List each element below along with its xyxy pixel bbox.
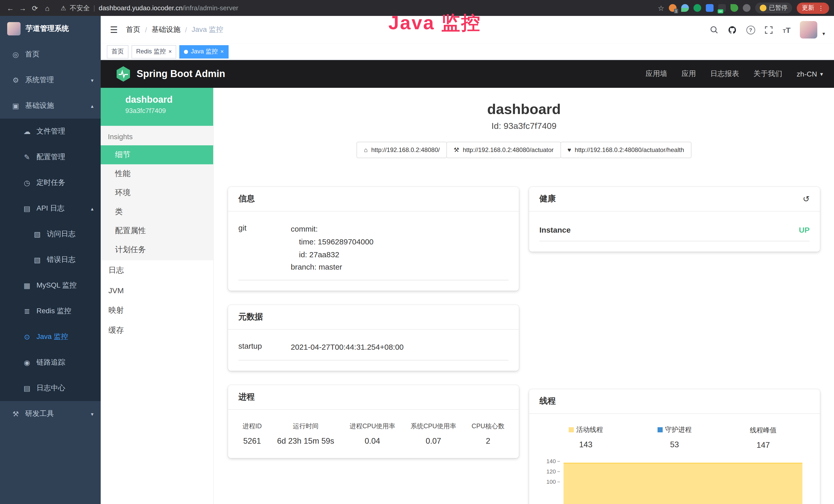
cards-right-column: 健康 ↺ Instance UP [529, 187, 820, 504]
sidebar-toggle-icon[interactable]: ☰ [110, 24, 118, 35]
menu-item-mappings[interactable]: 映射 [101, 300, 213, 320]
chrome-menu-icon[interactable]: ⋮ [818, 4, 824, 12]
sidebar-item-log-center[interactable]: ▤ 日志中心 [0, 375, 101, 401]
menu-item-config-props[interactable]: 配置属性 [101, 221, 213, 240]
extension-icon-3[interactable] [694, 4, 701, 12]
sidebar-item-system-management[interactable]: ⚙ 系统管理 ▾ [0, 67, 101, 93]
extension-icon-5[interactable]: on [718, 4, 726, 12]
tab-redis-monitor[interactable]: Redis 监控 × [132, 45, 176, 58]
extension-icon-4[interactable] [706, 4, 714, 12]
threads-card: 线程 活动线程 143 守护进程 [529, 389, 820, 504]
service-url-button[interactable]: ⌂ http://192.168.0.2:48080/ [357, 142, 447, 158]
search-icon[interactable] [709, 25, 719, 35]
menu-item-details[interactable]: 细节 [101, 145, 213, 164]
github-icon[interactable] [728, 25, 737, 35]
monitor-icon: ▣ [11, 102, 20, 110]
url-host: dashboard.yudao.iocoder.cn [98, 4, 183, 12]
metadata-card: 元数据 startup 2021-04-27T00:44:31.254+08:0… [228, 305, 519, 371]
sidebar-item-api-logs[interactable]: ▤ API 日志 ▴ [0, 196, 101, 221]
sidebar-item-redis-monitor[interactable]: ≣ Redis 监控 [0, 298, 101, 324]
extension-icon-2[interactable] [681, 4, 689, 12]
legend-label: 线程峰值 [750, 426, 776, 435]
sidebar-item-error-logs[interactable]: ▧ 错误日志 [0, 247, 101, 273]
sidebar-item-scheduled-tasks[interactable]: ◷ 定时任务 [0, 170, 101, 196]
sba-locale-select[interactable]: zh-CN ▾ [797, 70, 823, 78]
sba-navbar: Spring Boot Admin 应用墙 应用 日志报表 关于我们 zh-CN… [101, 60, 834, 88]
sba-nav-wallboard[interactable]: 应用墙 [646, 69, 667, 78]
home-icon[interactable]: ⌂ [42, 4, 52, 12]
health-url-label: http://192.168.0.2:48080/actuator/health [575, 146, 684, 154]
sba-nav-applications[interactable]: 应用 [682, 69, 696, 78]
help-icon[interactable]: ? [746, 25, 755, 34]
sidebar-item-file-management[interactable]: ☁ 文件管理 [0, 119, 101, 144]
extension-icon-6[interactable] [730, 4, 738, 12]
health-url-button[interactable]: ♥ http://192.168.0.2:48080/actuator/heal… [560, 142, 691, 158]
sidebar-item-label: 首页 [25, 50, 40, 59]
sidebar-item-home[interactable]: ◎ 首页 [0, 42, 101, 67]
chevron-down-icon: ▾ [91, 77, 93, 83]
sidebar-item-label: Java 监控 [37, 332, 68, 342]
smiley-icon [760, 5, 766, 11]
close-icon[interactable]: × [220, 49, 224, 54]
history-icon[interactable]: ↺ [803, 194, 810, 204]
sidebar-item-label: API 日志 [37, 204, 64, 213]
home-icon: ⌂ [364, 146, 368, 154]
health-instance-row[interactable]: Instance UP [540, 217, 810, 241]
menu-item-caches[interactable]: 缓存 [101, 320, 213, 340]
extension-icon-7[interactable] [743, 4, 750, 12]
y-axis-tick: 140 [540, 458, 560, 464]
sidebar-item-java-monitor[interactable]: ⊙ Java 监控 [0, 324, 101, 350]
browser-update-button[interactable]: 更新 ⋮ [797, 2, 829, 14]
tab-home[interactable]: 首页 [107, 45, 128, 58]
process-stat: 运行时间 6d 23h 15m 59s [277, 422, 334, 446]
tab-java-monitor[interactable]: Java 监控 × [179, 45, 228, 58]
active-tab-dot [184, 49, 188, 54]
paused-extension-pill[interactable]: 已暂停 [755, 3, 792, 13]
sba-nav-journal[interactable]: 日志报表 [710, 69, 739, 78]
menu-item-classes[interactable]: 类 [101, 202, 213, 221]
back-icon[interactable]: ← [5, 4, 16, 12]
avatar-caret-icon[interactable]: ▾ [822, 31, 825, 39]
forward-icon[interactable]: → [18, 4, 28, 12]
menu-item-jvm[interactable]: JVM [101, 280, 213, 300]
process-stats-row: 进程ID 5261 运行时间 6d 23h 15m 59s [238, 415, 509, 448]
sidebar-item-config-management[interactable]: ✎ 配置管理 [0, 144, 101, 170]
sidebar-item-label: 错误日志 [47, 255, 75, 265]
font-size-small-t: T [783, 28, 786, 33]
sidebar-item-trace[interactable]: ◉ 链路追踪 [0, 350, 101, 375]
address-bar[interactable]: ⚠ 不安全 | dashboard.yudao.iocoder.cn/infra… [61, 3, 656, 13]
menu-item-logs[interactable]: 日志 [101, 260, 213, 280]
process-stat-label: 系统CPU使用率 [411, 422, 456, 431]
sba-brand[interactable]: Spring Boot Admin [116, 66, 225, 82]
sba-nav-links: 应用墙 应用 日志报表 关于我们 zh-CN ▾ [646, 69, 823, 78]
avatar[interactable] [800, 21, 817, 39]
sidebar-item-mysql-monitor[interactable]: ▦ MySQL 监控 [0, 273, 101, 298]
sidebar-item-label: 文件管理 [37, 127, 65, 136]
breadcrumb-infrastructure[interactable]: 基础设施 [152, 25, 180, 35]
sidebar-item-dev-tools[interactable]: ⚒ 研发工具 ▾ [0, 401, 101, 427]
metadata-card-title: 元数据 [228, 305, 519, 330]
tab-label: 首页 [111, 47, 124, 56]
chrome-toolbar: ☆ 1 on 已暂停 更新 ⋮ [658, 2, 829, 14]
menu-item-environment[interactable]: 环境 [101, 183, 213, 202]
reload-icon[interactable]: ⟳ [30, 4, 40, 12]
menu-item-metrics[interactable]: 性能 [101, 164, 213, 183]
wrench-icon: ⚒ [454, 146, 459, 154]
sidebar-item-infrastructure[interactable]: ▣ 基础设施 ▴ [0, 93, 101, 119]
close-icon[interactable]: × [169, 49, 172, 54]
cloud-icon: ☁ [23, 127, 31, 136]
insights-group: Insights 细节 性能 环境 类 配置属性 计划任务 [101, 126, 213, 260]
extension-icon-1[interactable]: 1 [669, 4, 677, 12]
menu-item-scheduled-tasks[interactable]: 计划任务 [101, 240, 213, 259]
actuator-url-button[interactable]: ⚒ http://192.168.0.2:48080/actuator [446, 142, 561, 158]
legend-value: 147 [719, 441, 808, 450]
font-size-icon[interactable]: TT [783, 25, 791, 34]
sba-nav-about[interactable]: 关于我们 [753, 69, 782, 78]
process-stat-label: 进程CPU使用率 [350, 422, 395, 431]
breadcrumb-home[interactable]: 首页 [126, 25, 140, 35]
bookmark-star-icon[interactable]: ☆ [658, 4, 664, 12]
warning-icon: ⚠ [61, 4, 66, 12]
edit-icon: ✎ [23, 153, 31, 161]
sidebar-item-access-logs[interactable]: ▧ 访问日志 [0, 221, 101, 247]
fullscreen-icon[interactable] [764, 25, 773, 35]
